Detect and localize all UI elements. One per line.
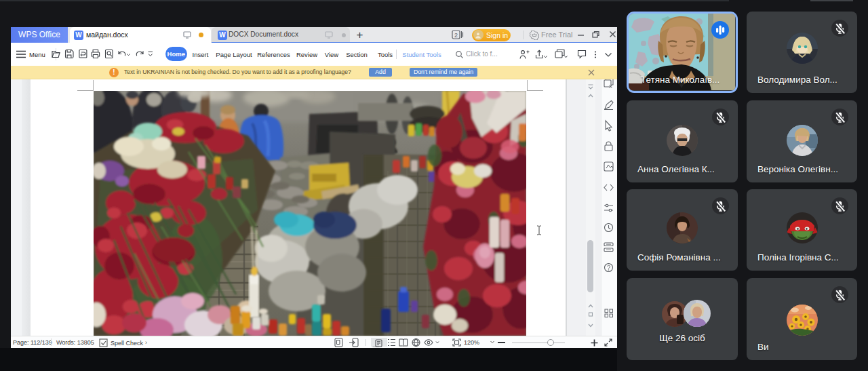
- svg-text:2: 2: [454, 32, 458, 39]
